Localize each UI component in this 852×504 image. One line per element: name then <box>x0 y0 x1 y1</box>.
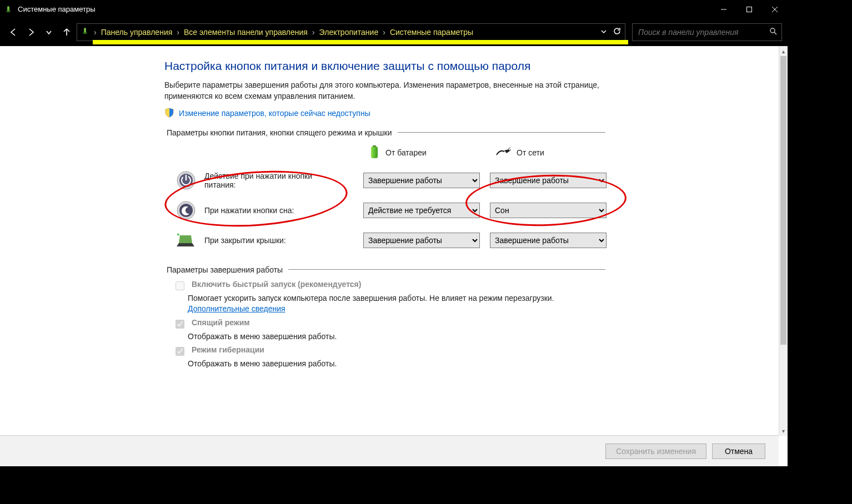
footer-bar: Сохранить изменения Отмена <box>0 435 779 466</box>
address-icon <box>81 27 89 37</box>
scroll-down-button[interactable]: ▾ <box>779 426 788 436</box>
svg-point-8 <box>770 28 775 33</box>
window-title: Системные параметры <box>18 5 95 13</box>
save-button[interactable]: Сохранить изменения <box>605 443 706 459</box>
page-description: Выберите параметры завершения работы для… <box>164 79 609 102</box>
power-icon <box>176 170 197 191</box>
sleep-menu-checkbox[interactable] <box>176 320 184 329</box>
breadcrumb-item[interactable]: Все элементы панели управления <box>184 28 308 37</box>
sleep-menu-label: Спящий режим <box>192 318 250 327</box>
minimize-button[interactable] <box>711 0 736 18</box>
row-label-sleep-button: При нажатии кнопки сна: <box>176 200 353 221</box>
svg-line-9 <box>774 32 776 34</box>
breadcrumb-item[interactable]: Системные параметры <box>390 28 473 37</box>
column-header-plugged: От сети <box>490 147 607 159</box>
svg-line-13 <box>509 149 511 150</box>
battery-icon <box>369 145 380 161</box>
svg-rect-7 <box>83 32 87 34</box>
column-header-battery: От батареи <box>363 145 480 161</box>
hibernate-menu-checkbox[interactable] <box>176 347 184 356</box>
close-button[interactable] <box>762 0 788 18</box>
lid-close-plugged-select[interactable]: Завершение работы <box>490 233 607 248</box>
title-bar: Системные параметры <box>0 0 788 18</box>
chevron-right-icon: › <box>311 28 316 37</box>
shield-icon <box>164 108 174 119</box>
chevron-right-icon: › <box>382 28 387 37</box>
search-box[interactable] <box>632 23 782 41</box>
row-label-power-button: Действие при нажатии кнопки питания: <box>176 170 353 191</box>
svg-rect-11 <box>371 147 378 158</box>
search-input[interactable] <box>637 27 769 37</box>
sleep-menu-description: Отображать в меню завершения работы. <box>188 331 588 342</box>
nav-recent-button[interactable] <box>41 24 57 40</box>
fast-startup-more-link[interactable]: Дополнительные сведения <box>188 304 285 313</box>
scroll-up-button[interactable]: ▴ <box>779 46 788 56</box>
sleep-button-plugged-select[interactable]: Сон <box>490 203 607 218</box>
sleep-icon <box>176 200 197 221</box>
section-heading-shutdown: Параметры завершения работы <box>167 265 283 274</box>
nav-up-button[interactable] <box>59 24 74 40</box>
fast-startup-checkbox[interactable] <box>176 281 184 290</box>
breadcrumb-item[interactable]: Электропитание <box>319 28 379 37</box>
nav-row: › Панель управления › Все элементы панел… <box>0 18 788 46</box>
fast-startup-description: Помогает ускорить запуск компьютера посл… <box>188 293 588 315</box>
maximize-button[interactable] <box>736 0 762 18</box>
sleep-button-battery-select[interactable]: Действие не требуется <box>363 203 480 218</box>
highlight-annotation <box>93 40 628 44</box>
hibernate-menu-description: Отображать в меню завершения работы. <box>188 359 588 370</box>
page-title: Настройка кнопок питания и включение защ… <box>164 59 620 73</box>
address-dropdown-button[interactable] <box>600 28 607 37</box>
hibernate-menu-label: Режим гибернации <box>192 345 264 354</box>
svg-rect-3 <box>747 7 752 12</box>
laptop-lid-icon <box>176 230 197 251</box>
address-bar[interactable]: › Панель управления › Все элементы панел… <box>77 23 625 41</box>
power-button-battery-select[interactable]: Завершение работы <box>363 173 480 188</box>
breadcrumb-item[interactable]: Панель управления <box>101 28 173 37</box>
app-icon <box>3 4 13 14</box>
cancel-button[interactable]: Отмена <box>712 443 765 459</box>
chevron-right-icon: › <box>176 28 181 37</box>
content-pane: Настройка кнопок питания и включение защ… <box>0 46 788 466</box>
fast-startup-label: Включить быстрый запуск (рекомендуется) <box>192 280 361 289</box>
refresh-button[interactable] <box>613 27 622 37</box>
divider <box>398 132 605 133</box>
nav-forward-button[interactable] <box>23 24 39 40</box>
lid-close-battery-select[interactable]: Завершение работы <box>363 233 480 248</box>
nav-back-button[interactable] <box>6 24 21 40</box>
scroll-thumb[interactable] <box>780 56 786 345</box>
row-label-lid-close: При закрытии крышки: <box>176 230 353 251</box>
plug-icon <box>495 147 511 159</box>
svg-rect-1 <box>7 11 11 12</box>
vertical-scrollbar[interactable]: ▴ ▾ <box>779 46 788 436</box>
power-button-plugged-select[interactable]: Завершение работы <box>490 173 607 188</box>
change-unavailable-settings-link[interactable]: Изменение параметров, которые сейчас нед… <box>179 109 370 118</box>
search-icon <box>769 27 777 37</box>
section-heading-buttons: Параметры кнопки питания, кнопки спящего… <box>167 128 392 137</box>
svg-line-12 <box>508 148 510 149</box>
divider <box>288 269 605 270</box>
chevron-right-icon: › <box>93 28 98 37</box>
